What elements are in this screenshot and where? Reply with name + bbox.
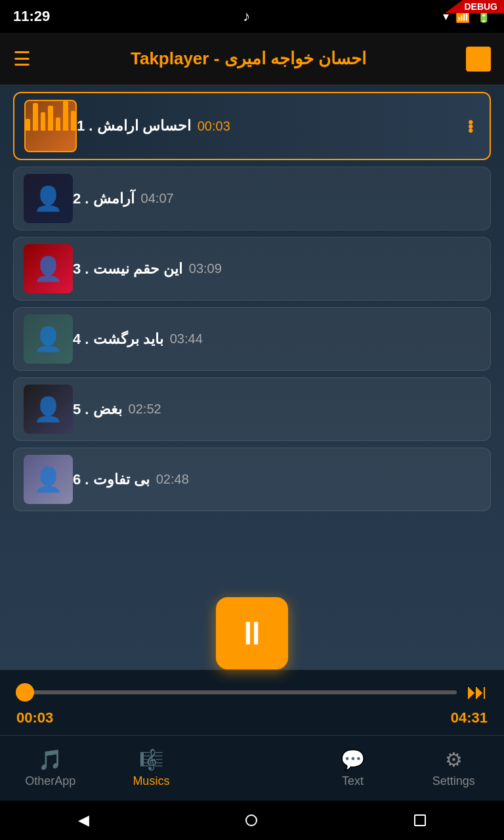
equalizer	[26, 101, 75, 134]
eq-bar-1	[71, 111, 75, 131]
debug-badge: DEBUG	[445, 0, 504, 13]
nav-label-text: Text	[342, 774, 364, 788]
person-icon: 👤	[24, 314, 73, 364]
song-title-area-active: احساس ارامش . 1	[77, 117, 191, 135]
list-item[interactable]: 02:48 بی تفاوت . 6 👤	[13, 448, 491, 511]
song-thumbnail: 👤	[24, 455, 73, 504]
song-thumbnail: 👤	[24, 385, 73, 434]
song-duration: 04:07	[141, 191, 174, 206]
eq-bar-5	[41, 112, 45, 131]
progress-track[interactable]	[16, 690, 457, 694]
song-title: این حقم نیست . 3	[73, 261, 182, 278]
eq-bar-2	[63, 101, 68, 131]
text-icon: 💬	[341, 748, 365, 771]
song-title-area: بی تفاوت . 6	[73, 471, 150, 488]
song-duration: 02:52	[129, 402, 161, 417]
person-icon: 👤	[24, 174, 73, 223]
pause-button-wrap: ⏸	[216, 597, 288, 669]
song-thumbnail: 👤	[24, 244, 73, 293]
app-bar: ☰ احسان خواجه امیری - Takplayer	[0, 33, 504, 85]
system-nav-bar: ◀	[0, 801, 504, 840]
musics-icon: 🎼	[139, 748, 163, 771]
eq-bar-7	[26, 119, 30, 131]
pause-icon: ⏸	[236, 614, 268, 652]
song-title-area: این حقم نیست . 3	[73, 261, 182, 278]
three-dot-icon[interactable]: •••	[461, 119, 480, 132]
song-title: باید برگشت . 4	[73, 331, 163, 348]
list-item[interactable]: 04:07 آرامش . 2 👤	[13, 167, 491, 230]
song-title-area: باید برگشت . 4	[73, 331, 163, 348]
list-item[interactable]: 03:09 این حقم نیست . 3 👤	[13, 237, 491, 301]
song-title-area: بغض . 5	[73, 401, 122, 418]
status-bar: 11:29 ♪ ▾ 📶 🔋 DEBUG	[0, 0, 504, 33]
nav-item-settings[interactable]: ⚙ Settings	[414, 748, 493, 788]
person-icon: 👤	[24, 455, 73, 504]
eq-bar-6	[33, 103, 37, 131]
song-thumbnail: 👤	[24, 314, 73, 364]
song-duration: 03:09	[189, 261, 222, 276]
song-thumbnail: 👤	[24, 174, 73, 223]
nav-label-settings: Settings	[432, 774, 475, 788]
nav-item-other-app[interactable]: 🎵 OtherApp	[11, 748, 90, 788]
pause-button[interactable]: ⏸	[216, 597, 288, 669]
song-title: آرامش . 2	[73, 190, 135, 207]
nav-label-other-app: OtherApp	[25, 774, 75, 788]
music-note-icon: ♪	[243, 8, 250, 25]
song-list: ••• 00:03 احساس ارامش . 1 04:07 آرامش . …	[0, 85, 504, 669]
song-title-active: احساس ارامش . 1	[77, 117, 191, 135]
eq-bar-3	[56, 117, 60, 131]
list-item[interactable]: 02:52 بغض . 5 👤	[13, 377, 491, 441]
settings-icon: ⚙	[445, 748, 463, 771]
progress-thumb[interactable]	[16, 683, 34, 702]
back-button[interactable]: ◀	[78, 812, 89, 829]
song-duration-active: 00:03	[198, 119, 230, 134]
song-item-active[interactable]: ••• 00:03 احساس ارامش . 1	[13, 92, 491, 160]
home-button[interactable]	[245, 814, 257, 826]
song-thumbnail-active	[24, 100, 77, 152]
status-time: 11:29	[13, 8, 50, 25]
other-app-icon: 🎵	[38, 748, 62, 771]
eq-bar-4	[48, 106, 52, 131]
nav-label-musics: Musics	[133, 774, 169, 788]
app-title: احسان خواجه امیری - Takplayer	[31, 49, 466, 69]
current-time: 00:03	[16, 709, 53, 726]
time-row: 00:03 04:31	[16, 709, 488, 726]
song-title: بی تفاوت . 6	[73, 471, 150, 488]
song-duration: 03:44	[170, 331, 203, 346]
total-time: 04:31	[451, 709, 488, 726]
song-title: بغض . 5	[73, 401, 122, 418]
progress-row: ⏭	[16, 680, 488, 704]
nav-item-text[interactable]: 💬 Text	[314, 748, 392, 788]
list-item[interactable]: 03:44 باید برگشت . 4 👤	[13, 307, 491, 371]
stop-button[interactable]	[466, 47, 491, 72]
menu-icon[interactable]: ☰	[13, 47, 31, 70]
nav-item-musics[interactable]: 🎼 Musics	[112, 748, 190, 788]
bottom-nav: 🎵 OtherApp 🎼 Musics 💬 Text ⚙ Settings	[0, 735, 504, 801]
recents-button[interactable]	[414, 814, 426, 826]
person-icon: 👤	[24, 244, 73, 293]
song-title-area: آرامش . 2	[73, 190, 135, 207]
skip-next-button[interactable]: ⏭	[467, 680, 488, 704]
song-duration: 02:48	[156, 472, 189, 487]
person-icon: 👤	[24, 385, 73, 434]
